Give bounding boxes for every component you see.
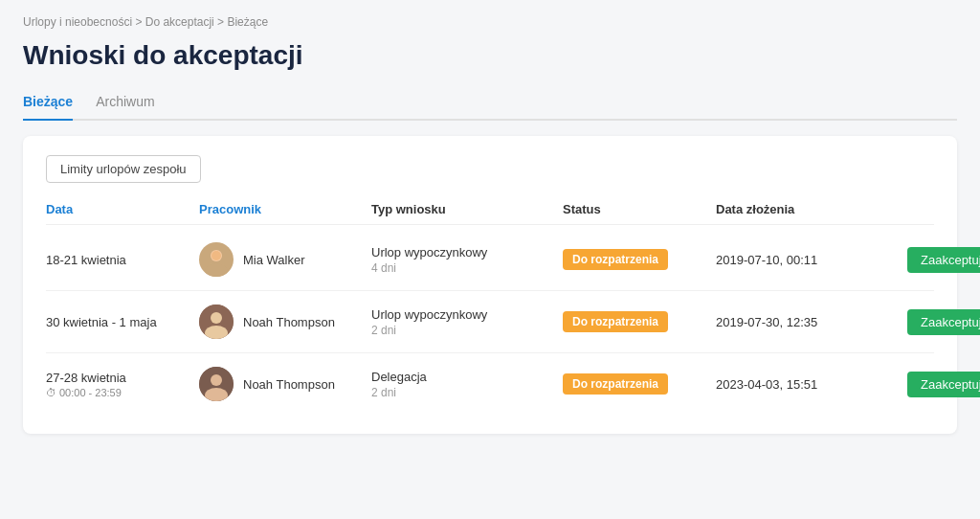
table-header: Data Pracownik Typ wniosku Status Data z… <box>46 202 934 225</box>
accept-button[interactable]: Zaakceptuj <box>907 247 980 273</box>
submission-date: 2019-07-30, 12:35 <box>716 315 907 329</box>
avatar <box>199 305 234 339</box>
submission-date: 2019-07-10, 00:11 <box>716 253 907 267</box>
actions-cell: Zaakceptuj Odrzuć ⋮ <box>907 247 980 273</box>
time-note: ⏱ 00:00 - 23:59 <box>46 387 199 398</box>
status-cell: Do rozpatrzenia <box>563 373 716 395</box>
accept-button[interactable]: Zaakceptuj <box>907 309 980 335</box>
page-title: Wnioski do akceptacji <box>23 40 957 71</box>
svg-point-8 <box>211 374 222 386</box>
avatar <box>199 367 234 401</box>
status-badge: Do rozpatrzenia <box>563 373 668 395</box>
employee-cell: Mia Walker <box>199 242 371 277</box>
team-limits-button[interactable]: Limity urlopów zespołu <box>46 155 201 183</box>
tab-biezace[interactable]: Bieżące <box>23 86 73 121</box>
svg-point-3 <box>212 251 221 260</box>
status-badge: Do rozpatrzenia <box>563 311 668 332</box>
table-row: 27-28 kwietnia ⏱ 00:00 - 23:59 Noah Thom… <box>46 353 934 415</box>
col-status: Status <box>563 202 716 216</box>
actions-cell: Zaakceptuj Odrzuć ⋮ <box>907 372 980 397</box>
col-actions <box>907 202 934 216</box>
breadcrumb: Urlopy i nieobecności > Do akceptacji > … <box>23 15 957 29</box>
avatar <box>199 242 234 277</box>
status-cell: Do rozpatrzenia <box>563 311 716 332</box>
col-data-zlozenia: Data złożenia <box>716 202 907 216</box>
svg-point-1 <box>205 263 228 277</box>
employee-name: Noah Thompson <box>243 315 335 329</box>
employee-name: Mia Walker <box>243 253 305 267</box>
employee-cell: Noah Thompson <box>199 305 371 339</box>
request-type: Urlop wypoczynkowy 2 dni <box>371 307 563 337</box>
request-type: Delegacja 2 dni <box>371 370 563 399</box>
tabs-container: Bieżące Archiwum <box>23 86 957 121</box>
date-cell: 18-21 kwietnia <box>46 253 199 267</box>
submission-date: 2023-04-03, 15:51 <box>716 377 907 392</box>
table-row: 18-21 kwietnia Mia Walker Urlop wypoczyn… <box>46 229 934 291</box>
date-cell: 27-28 kwietnia ⏱ 00:00 - 23:59 <box>46 371 199 398</box>
col-data: Data <box>46 202 199 216</box>
actions-cell: Zaakceptuj Odrzuć ⋮ <box>907 309 980 335</box>
status-badge: Do rozpatrzenia <box>563 249 668 270</box>
employee-cell: Noah Thompson <box>199 367 371 401</box>
table-row: 30 kwietnia - 1 maja Noah Thompson Urlop… <box>46 291 934 353</box>
tab-archiwum[interactable]: Archiwum <box>96 86 154 121</box>
col-pracownik: Pracownik <box>199 202 371 216</box>
accept-button[interactable]: Zaakceptuj <box>907 372 980 397</box>
request-type: Urlop wypoczynkowy 4 dni <box>371 245 563 275</box>
status-cell: Do rozpatrzenia <box>563 249 716 270</box>
main-card: Limity urlopów zespołu Data Pracownik Ty… <box>23 136 957 434</box>
employee-name: Noah Thompson <box>243 377 335 392</box>
col-typ: Typ wniosku <box>371 202 563 216</box>
svg-point-5 <box>211 312 222 324</box>
date-cell: 30 kwietnia - 1 maja <box>46 315 199 329</box>
